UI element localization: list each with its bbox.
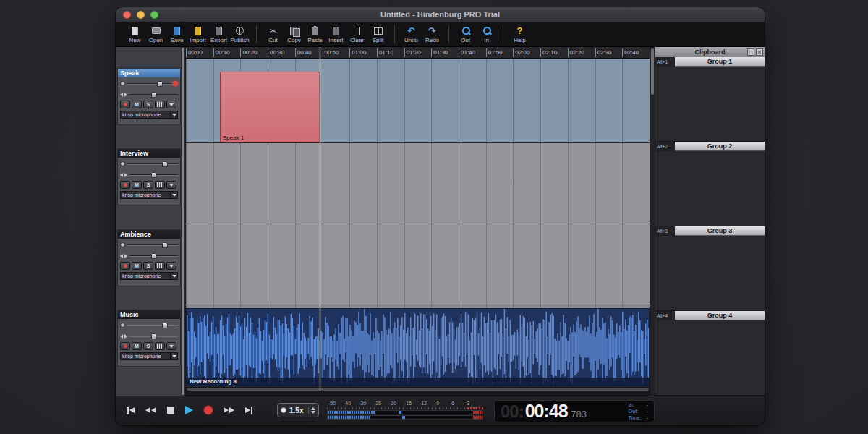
- clear-button[interactable]: Clear: [346, 22, 367, 46]
- volume-slider[interactable]: [127, 322, 178, 329]
- track-options-button[interactable]: [166, 181, 176, 189]
- dropdown-caret-icon: [170, 273, 177, 279]
- close-window-button[interactable]: [123, 11, 131, 19]
- track-panel: Speak M S: [116, 47, 186, 396]
- copy-button[interactable]: Copy: [284, 22, 305, 46]
- track-name[interactable]: Music: [118, 310, 180, 319]
- zoom-out-button[interactable]: Out: [455, 22, 476, 46]
- import-button[interactable]: Import: [187, 22, 208, 46]
- audio-clip-music[interactable]: New Recording 8: [186, 308, 650, 386]
- eq-button[interactable]: [155, 262, 165, 270]
- input-device-select[interactable]: krisp microphone: [120, 191, 178, 199]
- track-panel-music: Music M S: [117, 310, 181, 367]
- time-hours: 00:: [501, 401, 524, 422]
- rewind-button[interactable]: [145, 405, 156, 415]
- mute-button[interactable]: M: [132, 262, 142, 270]
- input-device-select[interactable]: krisp microphone: [120, 111, 178, 119]
- track-lane-music[interactable]: New Recording 8: [186, 305, 650, 387]
- eq-button[interactable]: [155, 101, 165, 109]
- undo-button[interactable]: Undo: [401, 22, 422, 46]
- ruler-label: 02:30: [595, 48, 612, 57]
- horizontal-scrollbar[interactable]: [186, 387, 650, 391]
- group-content[interactable]: [655, 67, 765, 142]
- playhead[interactable]: [320, 47, 320, 391]
- ruler-label: 01:40: [459, 48, 475, 57]
- mute-button[interactable]: M: [132, 101, 142, 109]
- mute-button[interactable]: M: [132, 181, 142, 189]
- window-title: Untitled - Hindenburg PRO Trial: [380, 10, 500, 19]
- cut-button[interactable]: Cut: [263, 22, 284, 46]
- play-button[interactable]: [185, 405, 193, 415]
- track-name[interactable]: Speak: [118, 69, 180, 77]
- redo-button[interactable]: Redo: [422, 22, 443, 46]
- group-shortcut: Alt+3: [655, 226, 675, 236]
- track-panel-scrollbar[interactable]: [181, 47, 185, 396]
- group-header[interactable]: Group 2: [675, 142, 765, 151]
- group-header[interactable]: Group 3: [675, 226, 765, 236]
- solo-button[interactable]: S: [143, 342, 153, 350]
- zoom-window-button[interactable]: [150, 11, 158, 19]
- pan-slider[interactable]: [129, 171, 178, 179]
- solo-button[interactable]: S: [143, 101, 153, 109]
- volume-slider[interactable]: [127, 242, 178, 249]
- record-arm-button[interactable]: [120, 262, 130, 270]
- clipboard-close-button[interactable]: [756, 48, 763, 56]
- track-name[interactable]: Interview: [118, 149, 180, 158]
- volume-slider[interactable]: [127, 80, 171, 88]
- copy-icon: [289, 26, 300, 36]
- eq-button[interactable]: [155, 181, 165, 189]
- split-button[interactable]: Split: [367, 22, 388, 46]
- pan-slider[interactable]: [129, 252, 178, 260]
- clipboard-float-button[interactable]: [747, 48, 754, 56]
- toolbar-separator: [448, 25, 449, 43]
- track-options-button[interactable]: [166, 101, 176, 109]
- record-arm-button[interactable]: [120, 101, 130, 109]
- mute-button[interactable]: M: [132, 342, 142, 350]
- ruler-label: 00:40: [295, 48, 312, 57]
- speed-stepper[interactable]: [308, 407, 315, 414]
- help-button[interactable]: Help: [509, 22, 530, 46]
- record-arm-button[interactable]: [120, 342, 130, 350]
- vertical-scrollbar[interactable]: [650, 47, 655, 396]
- track-options-button[interactable]: [166, 262, 176, 270]
- track-lane-interview[interactable]: [186, 143, 650, 224]
- timeline-ruler[interactable]: 00:0000:1000:2000:3000:4000:5001:0001:10…: [186, 47, 650, 59]
- track-options-button[interactable]: [166, 342, 176, 350]
- skip-to-start-button[interactable]: [127, 405, 135, 415]
- stop-button[interactable]: [167, 405, 174, 415]
- zoom-in-button[interactable]: In: [476, 22, 497, 46]
- save-button[interactable]: Save: [166, 22, 187, 46]
- pan-slider[interactable]: [129, 91, 178, 98]
- open-button[interactable]: Open: [145, 22, 166, 46]
- skip-to-end-button[interactable]: [245, 405, 253, 415]
- input-device-select[interactable]: krisp microphone: [120, 352, 178, 360]
- group-header[interactable]: Group 1: [675, 57, 765, 67]
- track-lane-ambience[interactable]: [186, 224, 650, 305]
- timeline[interactable]: 00:0000:1000:2000:3000:4000:5001:0001:10…: [186, 47, 650, 396]
- new-button[interactable]: New: [124, 22, 145, 46]
- solo-button[interactable]: S: [143, 262, 153, 270]
- record-button[interactable]: [204, 405, 213, 415]
- volume-slider[interactable]: [127, 161, 178, 168]
- pan-slider[interactable]: [129, 333, 178, 340]
- input-device-select[interactable]: krisp microphone: [120, 272, 178, 280]
- minimize-window-button[interactable]: [137, 11, 145, 19]
- track-name[interactable]: Ambience: [118, 230, 180, 239]
- new-document-icon: [129, 26, 141, 36]
- solo-button[interactable]: S: [143, 181, 153, 189]
- group-content[interactable]: [655, 236, 765, 311]
- record-arm-button[interactable]: [120, 181, 130, 189]
- group-content[interactable]: [655, 151, 765, 226]
- export-button[interactable]: Export: [208, 22, 229, 46]
- fast-forward-button[interactable]: [224, 405, 234, 415]
- audio-clip-speak[interactable]: Speak 1: [220, 72, 320, 142]
- window-titlebar[interactable]: Untitled - Hindenburg PRO Trial: [116, 7, 765, 22]
- group-content[interactable]: [655, 320, 765, 396]
- group-header[interactable]: Group 4: [675, 311, 765, 320]
- playback-speed-control[interactable]: 1.5x: [277, 403, 319, 417]
- eq-button[interactable]: [155, 342, 165, 350]
- publish-button[interactable]: Publish: [229, 22, 250, 46]
- track-lane-speak[interactable]: Speak 1: [186, 59, 650, 143]
- paste-button[interactable]: Paste: [305, 22, 326, 46]
- insert-button[interactable]: Insert: [326, 22, 346, 46]
